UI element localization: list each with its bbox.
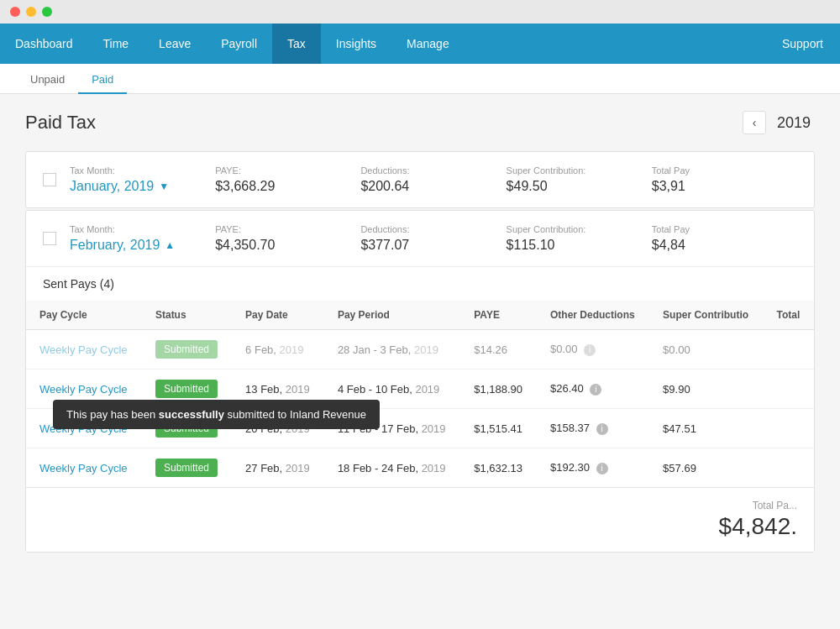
nav-payroll[interactable]: Payroll: [206, 24, 272, 64]
february-tax-row: Tax Month: February, 2019 ▲ PAYE: $4,350…: [26, 211, 814, 266]
january-month-field: Tax Month: January, 2019 ▼: [70, 165, 215, 194]
january-tax-row: Tax Month: January, 2019 ▼ PAYE: $3,668.…: [26, 152, 814, 207]
col-status: Status: [142, 301, 232, 330]
row1-status-badge: Submitted: [155, 340, 218, 359]
february-month-value[interactable]: February, 2019 ▲: [70, 238, 215, 253]
row3-paye: $1,515.41: [460, 409, 537, 448]
sent-pays-label: Sent Pays: [43, 277, 97, 291]
row4-pay-period: 18 Feb - 24 Feb, 2019: [324, 448, 460, 488]
february-super-value: $115.10: [507, 238, 652, 253]
january-arrow-icon: ▼: [159, 181, 169, 192]
sent-pays-count: (4): [100, 277, 114, 291]
row4-status: Submitted: [142, 448, 232, 488]
page-content: Paid Tax ‹ 2019 Tax Month: January, 2019…: [0, 94, 840, 629]
january-total-label: Total Pay: [652, 165, 797, 176]
row3-total: [764, 409, 814, 448]
january-deductions-field: Deductions: $200.64: [360, 165, 506, 194]
row1-pay-period: 28 Jan - 3 Feb, 2019: [324, 330, 460, 370]
nav-dashboard[interactable]: Dashboard: [0, 24, 88, 64]
tooltip-text-bold: successfully: [159, 408, 224, 421]
pays-table-header-row: Pay Cycle Status Pay Date Pay Period PAY…: [26, 301, 814, 330]
tooltip-text-before: This pay has been: [66, 408, 159, 421]
row3-other-deductions: $158.37 i: [537, 409, 649, 448]
february-total-value: $4,84: [652, 238, 797, 253]
year-nav: ‹ 2019: [743, 111, 815, 134]
nav-time[interactable]: Time: [88, 24, 144, 64]
january-month-label: Tax Month:: [70, 165, 215, 176]
col-pay-date[interactable]: Pay Date: [232, 301, 324, 330]
january-paye-value: $3,668.29: [215, 179, 360, 194]
february-fields: Tax Month: February, 2019 ▲ PAYE: $4,350…: [70, 224, 797, 253]
row1-status: Submitted: [142, 330, 232, 370]
january-paye-field: PAYE: $3,668.29: [215, 165, 360, 194]
tab-paid[interactable]: Paid: [78, 66, 127, 94]
maximize-dot[interactable]: [42, 7, 52, 17]
january-checkbox[interactable]: [43, 173, 56, 186]
january-tax-card: Tax Month: January, 2019 ▼ PAYE: $3,668.…: [25, 151, 815, 208]
january-fields: Tax Month: January, 2019 ▼ PAYE: $3,668.…: [70, 165, 797, 194]
table-row: Weekly Pay Cycle Submitted 27 Feb, 2019 …: [26, 448, 814, 488]
row2-other-deductions: $26.40 i: [537, 370, 649, 409]
row3-info-icon[interactable]: i: [596, 423, 608, 435]
row2-pay-cycle-link[interactable]: Weekly Pay Cycle: [39, 383, 128, 396]
row4-super: $57.69: [649, 448, 763, 488]
year-label: 2019: [773, 114, 815, 132]
february-paye-field: PAYE: $4,350.70: [215, 224, 360, 253]
col-paye: PAYE: [460, 301, 537, 330]
nav-insights[interactable]: Insights: [321, 24, 391, 64]
january-paye-label: PAYE:: [215, 165, 360, 176]
row2-paye: $1,188.90: [460, 370, 537, 409]
row1-total: [764, 330, 814, 370]
prev-year-button[interactable]: ‹: [743, 111, 766, 134]
pays-table-head: Pay Cycle Status Pay Date Pay Period PAY…: [26, 301, 814, 330]
february-deductions-field: Deductions: $377.07: [360, 224, 506, 253]
january-month-value[interactable]: January, 2019 ▼: [70, 179, 215, 194]
col-pay-cycle: Pay Cycle: [26, 301, 142, 330]
minimize-dot[interactable]: [26, 7, 36, 17]
col-total: Total: [764, 301, 814, 330]
nav-support[interactable]: Support: [765, 24, 840, 64]
row4-paye: $1,632.13: [460, 448, 537, 488]
february-deductions-value: $377.07: [360, 238, 506, 253]
sent-pays-header: Sent Pays (4): [26, 266, 814, 301]
col-pay-period: Pay Period: [324, 301, 460, 330]
row4-pay-cycle-link[interactable]: Weekly Pay Cycle: [39, 462, 128, 474]
row1-pay-cycle-link[interactable]: Weekly Pay Cycle: [39, 343, 128, 356]
january-total-value: $3,91: [652, 179, 797, 194]
january-super-label: Super Contribution:: [507, 165, 652, 176]
tooltip: This pay has been successfully submitted…: [53, 400, 380, 429]
nav-bar: Dashboard Time Leave Payroll Tax Insight…: [0, 24, 840, 64]
row4-other-deductions: $192.30 i: [537, 448, 649, 488]
page-header: Paid Tax ‹ 2019: [25, 111, 815, 134]
col-other-deductions: Other Deductions: [537, 301, 649, 330]
row2-info-icon[interactable]: i: [590, 384, 601, 396]
january-deductions-label: Deductions:: [360, 165, 506, 176]
tab-unpaid[interactable]: Unpaid: [17, 66, 78, 94]
january-super-value: $49.50: [507, 179, 652, 194]
total-footer-value: $4,842.: [43, 513, 797, 540]
row4-info-icon[interactable]: i: [596, 463, 608, 474]
page-title: Paid Tax: [25, 112, 743, 134]
nav-manage[interactable]: Manage: [391, 24, 465, 64]
row3-super: $47.51: [649, 409, 763, 448]
row2-super: $9.90: [649, 370, 763, 409]
february-checkbox[interactable]: [43, 232, 56, 245]
february-paye-value: $4,350.70: [215, 238, 360, 253]
total-footer-label: Total Pa...: [43, 500, 797, 511]
february-tax-card: Tax Month: February, 2019 ▲ PAYE: $4,350…: [25, 210, 815, 553]
february-deductions-label: Deductions:: [360, 224, 506, 234]
nav-items: Dashboard Time Leave Payroll Tax Insight…: [0, 24, 765, 64]
title-bar: [0, 0, 840, 24]
row1-info-icon[interactable]: i: [584, 344, 596, 356]
february-super-label: Super Contribution:: [507, 224, 652, 234]
row1-pay-date: 6 Feb, 2019: [232, 330, 324, 370]
col-super: Super Contributio: [649, 301, 763, 330]
february-paye-label: PAYE:: [215, 224, 360, 234]
nav-leave[interactable]: Leave: [144, 24, 206, 64]
row4-status-badge: Submitted: [155, 459, 218, 477]
nav-tax[interactable]: Tax: [272, 24, 321, 64]
february-month-label: Tax Month:: [70, 224, 215, 234]
row1-pay-cycle: Weekly Pay Cycle: [26, 330, 142, 370]
total-footer: Total Pa... $4,842.: [26, 487, 814, 552]
close-dot[interactable]: [10, 7, 20, 17]
